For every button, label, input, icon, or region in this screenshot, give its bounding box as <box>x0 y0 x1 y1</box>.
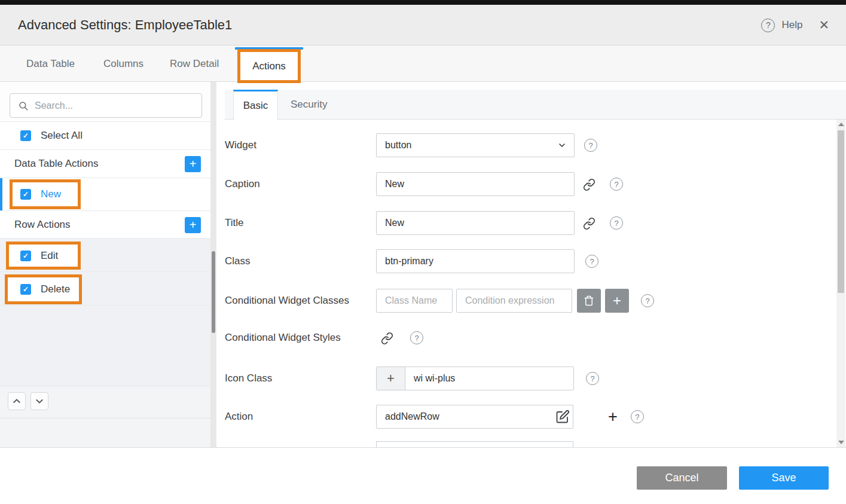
check-icon: ✓ <box>23 189 29 200</box>
icon-class-group: + <box>376 366 574 390</box>
tab-row-detail[interactable]: Row Detail <box>170 45 219 82</box>
icon-class-input[interactable] <box>405 367 573 390</box>
background-page-strip <box>0 0 846 5</box>
add-row-action-button[interactable]: + <box>185 217 201 233</box>
help-button[interactable]: Help <box>781 19 802 31</box>
save-button[interactable]: Save <box>739 466 829 490</box>
widget-select[interactable]: button <box>376 133 575 157</box>
edit-action-icon[interactable] <box>555 410 570 424</box>
widget-help-icon[interactable]: ? <box>584 139 597 152</box>
title-input[interactable] <box>376 211 575 235</box>
icon-class-help-icon[interactable]: ? <box>586 372 599 385</box>
caption-help-icon[interactable]: ? <box>610 178 623 191</box>
bind-link-icon[interactable] <box>381 332 393 344</box>
title-row: Title ? <box>216 211 846 235</box>
search-icon <box>18 100 29 111</box>
new-label: New <box>41 188 61 200</box>
scroll-down-arrow[interactable] <box>838 441 844 444</box>
title-label: Title <box>225 211 244 235</box>
scroll-up-arrow[interactable] <box>838 123 844 126</box>
help-glyph: ? <box>645 297 649 306</box>
plus-icon: + <box>608 408 618 426</box>
action-help-icon[interactable]: ? <box>631 410 644 423</box>
tab-actions[interactable]: Actions <box>237 49 301 83</box>
bind-link-icon[interactable] <box>583 217 595 230</box>
search-box[interactable] <box>10 93 202 118</box>
main-tab-bar: Data Table Columns Row Detail Actions <box>0 45 846 82</box>
help-glyph: ? <box>414 334 419 343</box>
tab-basic[interactable]: Basic <box>233 90 278 120</box>
advanced-settings-dialog: Advanced Settings: EmployeeTable1 ? Help… <box>0 0 846 504</box>
action-item-new[interactable]: ✓ New <box>10 179 81 209</box>
help-glyph: ? <box>766 20 771 30</box>
check-icon: ✓ <box>23 130 29 141</box>
delete-conditional-class-button[interactable] <box>577 289 601 313</box>
bind-link-icon[interactable] <box>583 178 595 191</box>
tab-basic-label: Basic <box>243 100 268 112</box>
tab-security[interactable]: Security <box>291 90 327 120</box>
help-glyph: ? <box>614 219 618 228</box>
reorder-toolbar <box>0 386 210 418</box>
tab-columns[interactable]: Columns <box>103 45 143 82</box>
help-icon[interactable]: ? <box>761 19 775 32</box>
new-checkbox[interactable]: ✓ <box>20 189 31 200</box>
title-help-icon[interactable]: ? <box>610 216 623 230</box>
cancel-button[interactable]: Cancel <box>637 466 727 490</box>
edit-label: Edit <box>41 250 58 262</box>
add-data-table-action-button[interactable]: + <box>185 156 201 172</box>
widget-label: Widget <box>225 133 256 157</box>
header-actions: ? Help ✕ <box>761 5 829 45</box>
conditional-classes-help-icon[interactable]: ? <box>641 294 654 307</box>
content-scrollbar[interactable] <box>836 120 845 447</box>
widget-row: Widget button ? <box>216 133 846 157</box>
conditional-classes-row: Conditional Widget Classes + ? <box>216 289 846 313</box>
icon-class-label: Icon Class <box>225 366 272 390</box>
dialog-title: Advanced Settings: EmployeeTable1 <box>18 5 232 45</box>
check-icon: ✓ <box>23 284 29 295</box>
delete-checkbox[interactable]: ✓ <box>20 284 31 295</box>
group-label: Row Actions <box>14 211 71 239</box>
sidebar-scrollbar[interactable] <box>210 82 216 447</box>
dialog-header: Advanced Settings: EmployeeTable1 ? Help… <box>0 5 846 45</box>
caption-label: Caption <box>225 172 260 196</box>
add-action-button[interactable]: + <box>608 409 618 425</box>
condition-expression-input[interactable] <box>456 289 572 313</box>
action-item-edit-row[interactable]: ✓ Edit <box>0 239 210 272</box>
sidebar-scrollbar-thumb[interactable] <box>212 251 215 333</box>
tab-data-table[interactable]: Data Table <box>26 45 75 82</box>
add-conditional-class-button[interactable]: + <box>605 289 629 313</box>
move-down-button[interactable] <box>30 392 48 410</box>
help-glyph: ? <box>635 413 639 421</box>
icon-picker-button[interactable]: + <box>377 367 405 390</box>
class-name-input[interactable] <box>376 289 453 313</box>
actions-sidebar: ✓ Select All Data Table Actions + ✓ New … <box>0 82 216 447</box>
content-scrollbar-thumb[interactable] <box>838 130 844 293</box>
select-all-row[interactable]: ✓ Select All <box>0 122 210 150</box>
action-item-delete[interactable]: ✓ Delete <box>5 274 82 304</box>
search-input[interactable] <box>35 100 201 111</box>
plus-icon: + <box>190 218 197 232</box>
caption-input[interactable] <box>376 172 575 196</box>
conditional-styles-help-icon[interactable]: ? <box>410 331 423 344</box>
action-item-new-row[interactable]: ✓ New <box>0 178 210 211</box>
delete-label: Delete <box>41 283 70 295</box>
class-row: Class ? <box>216 249 846 273</box>
edit-checkbox[interactable]: ✓ <box>20 251 31 261</box>
check-icon: ✓ <box>23 251 29 261</box>
help-glyph: ? <box>614 180 618 189</box>
action-input[interactable] <box>376 405 573 429</box>
help-glyph: ? <box>590 257 594 266</box>
select-all-label: Select All <box>41 130 83 142</box>
search-area <box>0 82 210 122</box>
action-item-edit[interactable]: ✓ Edit <box>6 242 81 270</box>
move-up-button[interactable] <box>8 392 26 410</box>
action-item-delete-row[interactable]: ✓ Delete <box>0 272 210 306</box>
action-input-wrap <box>376 405 573 429</box>
close-icon[interactable]: ✕ <box>818 18 829 32</box>
class-input[interactable] <box>376 249 575 273</box>
chevron-up-icon <box>12 396 22 406</box>
group-data-table-actions: Data Table Actions + <box>0 150 210 178</box>
class-help-icon[interactable]: ? <box>585 255 598 268</box>
select-all-checkbox[interactable]: ✓ <box>20 130 31 141</box>
class-label: Class <box>225 249 251 273</box>
